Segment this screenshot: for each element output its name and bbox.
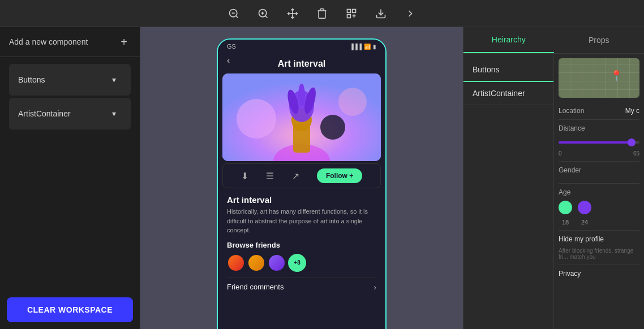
svg-point-20 [298, 84, 305, 106]
svg-point-21 [320, 115, 345, 140]
location-label: Location [559, 107, 584, 115]
slider-min-label: 0 [559, 150, 562, 157]
map-preview: 📍 [559, 58, 639, 98]
component-add-icon[interactable] [344, 6, 359, 21]
sidebar-header: Add a new component + [0, 27, 140, 57]
right-panel: Heirarchy Props Buttons ArtistContainer … [463, 27, 644, 329]
svg-rect-10 [353, 9, 356, 12]
component-buttons-label: Buttons [18, 75, 45, 84]
phone-friend-comments[interactable]: Friend comments › [227, 278, 376, 292]
friend-comments-arrow-icon: › [373, 283, 376, 292]
age-value-24: 24 [578, 219, 591, 226]
move-icon[interactable] [285, 6, 300, 21]
wifi-icon: 📶 [364, 44, 371, 50]
phone-art-image [222, 73, 381, 161]
phone-browse-title: Browse friends [227, 241, 376, 249]
map-pin-icon: 📍 [610, 70, 622, 82]
phone-status-bar: GS ▐▐▐ 📶 ▮ [218, 40, 385, 53]
zoom-out-icon[interactable] [226, 6, 242, 21]
location-value: My c [625, 107, 639, 115]
svg-line-1 [236, 15, 238, 18]
zoom-in-icon[interactable] [255, 6, 271, 21]
sidebar-title: Add a new component [9, 37, 88, 46]
hide-profile-description: After blocking friends, strange fri... m… [559, 248, 639, 265]
phone-art-title: Art interval [227, 195, 376, 205]
map-grid [559, 58, 639, 98]
share-action-icon[interactable]: ↗ [292, 171, 299, 181]
phone-mockup: GS ▐▐▐ 📶 ▮ ‹ Art interval [217, 38, 387, 329]
phone-back-arrow-icon[interactable]: ‹ [227, 55, 230, 66]
svg-rect-11 [347, 14, 351, 18]
hierarchy-item-buttons[interactable]: Buttons [463, 58, 553, 82]
age-label: Age [559, 188, 639, 196]
distance-slider[interactable] [559, 137, 639, 148]
phone-content: Art interval Historically, art has many … [218, 191, 385, 296]
slider-max-label: 65 [633, 150, 639, 157]
gender-label: Gender [559, 166, 639, 174]
component-item-artist[interactable]: ArtistContainer ▾ [9, 98, 131, 129]
hierarchy-list: Buttons ArtistContainer [463, 54, 554, 329]
avatar-1 [227, 254, 245, 272]
svg-rect-9 [347, 9, 351, 12]
distance-label: Distance [559, 124, 639, 132]
age-value-18: 18 [559, 219, 572, 226]
right-panel-content: Buttons ArtistContainer 📍 Location My c … [463, 54, 644, 329]
slider-fill [559, 141, 632, 144]
phone-friend-comments-label: Friend comments [227, 283, 284, 291]
slider-thumb[interactable] [628, 138, 636, 146]
battery-icon: ▮ [373, 44, 376, 50]
bookmark-action-icon[interactable]: ☰ [266, 171, 274, 181]
age-dots-row [559, 201, 639, 214]
age-section: Age 18 24 [559, 184, 639, 231]
tab-hierarchy[interactable]: Heirarchy [463, 27, 554, 53]
sidebar-footer: CLEAR WORKSPACE [0, 291, 140, 329]
main-content: Add a new component + Buttons ▾ ArtistCo… [0, 27, 644, 329]
follow-button[interactable]: Follow + [317, 168, 362, 183]
delete-icon[interactable] [314, 6, 330, 21]
phone-art-description: Historically, art has many different fun… [227, 207, 376, 235]
svg-point-22 [237, 99, 276, 138]
component-item-buttons[interactable]: Buttons ▾ [9, 64, 131, 96]
hierarchy-item-artist[interactable]: ArtistContainer [463, 82, 553, 105]
phone-status-icons: ▐▐▐ 📶 ▮ [350, 44, 376, 50]
hide-profile-label: Hide my profile [559, 235, 604, 243]
distance-section: Distance 0 65 [559, 120, 639, 162]
avatar-2 [247, 254, 265, 272]
props-panel: 📍 Location My c Distance [554, 54, 644, 329]
chevron-right-icon[interactable] [402, 6, 418, 21]
canvas-area: ‹ GS ▐▐▐ 📶 ▮ ‹ Art interval [140, 27, 463, 329]
download-icon[interactable] [373, 6, 389, 21]
slider-labels: 0 65 [559, 150, 639, 157]
download-action-icon[interactable]: ⬇ [241, 171, 248, 181]
clear-workspace-button[interactable]: CLEAR WORKSPACE [7, 297, 133, 322]
gender-section: Gender [559, 162, 639, 184]
buttons-chevron[interactable]: ▾ [106, 72, 122, 88]
avatar-more-count[interactable]: +8 [288, 254, 306, 272]
toolbar-center [226, 6, 418, 21]
component-artist-label: ArtistContainer [18, 109, 71, 118]
tab-props[interactable]: Props [554, 27, 645, 53]
artist-chevron[interactable]: ▾ [106, 106, 122, 122]
left-sidebar: Add a new component + Buttons ▾ ArtistCo… [0, 27, 140, 329]
phone-carrier: GS [227, 43, 236, 50]
right-panel-tabs: Heirarchy Props [463, 27, 644, 54]
svg-point-23 [338, 88, 367, 116]
svg-line-4 [265, 15, 268, 18]
phone-avatars-row: +8 [227, 254, 376, 272]
add-component-button[interactable]: + [117, 35, 131, 49]
age-dot-18[interactable] [559, 201, 572, 214]
privacy-row[interactable]: Privacy [559, 265, 639, 282]
age-dot-labels: 18 24 [559, 219, 639, 226]
phone-action-bar: ⬇ ☰ ↗ Follow + [222, 163, 381, 188]
avatar-3 [268, 254, 286, 272]
signal-icon: ▐▐▐ [350, 44, 362, 50]
phone-app-title: Art interval [218, 59, 385, 73]
location-prop-row: Location My c [559, 102, 639, 120]
age-dot-24[interactable] [578, 201, 591, 214]
hide-profile-row: Hide my profile [559, 231, 639, 248]
toolbar [0, 0, 644, 27]
